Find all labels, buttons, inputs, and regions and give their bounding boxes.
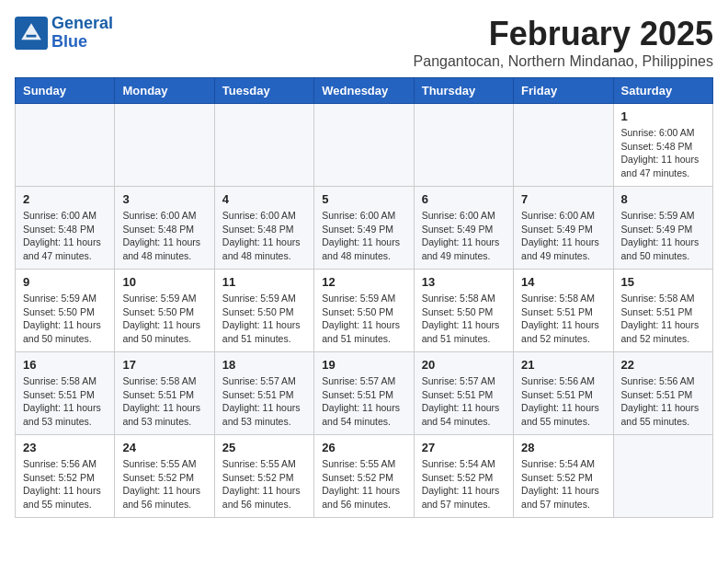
day-info: Sunrise: 5:56 AMSunset: 5:51 PMDaylight:… <box>621 374 705 429</box>
calendar-cell: 14Sunrise: 5:58 AMSunset: 5:51 PMDayligh… <box>514 270 613 352</box>
day-number: 9 <box>23 275 107 289</box>
calendar-cell <box>414 104 513 187</box>
week-row-1: 2Sunrise: 6:00 AMSunset: 5:48 PMDaylight… <box>16 187 713 270</box>
logo-icon <box>15 17 48 50</box>
calendar-cell <box>214 104 313 187</box>
calendar-cell: 22Sunrise: 5:56 AMSunset: 5:51 PMDayligh… <box>613 352 712 435</box>
calendar-cell: 27Sunrise: 5:54 AMSunset: 5:52 PMDayligh… <box>414 435 513 518</box>
day-number: 18 <box>222 358 306 372</box>
calendar-cell: 24Sunrise: 5:55 AMSunset: 5:52 PMDayligh… <box>115 435 214 518</box>
svg-rect-2 <box>27 35 37 38</box>
day-number: 23 <box>23 441 107 454</box>
day-info: Sunrise: 5:59 AMSunset: 5:50 PMDaylight:… <box>222 292 306 346</box>
day-info: Sunrise: 6:00 AMSunset: 5:49 PMDaylight:… <box>422 209 506 263</box>
day-info: Sunrise: 5:57 AMSunset: 5:51 PMDaylight:… <box>222 374 306 429</box>
logo-text: General Blue <box>51 15 113 52</box>
day-info: Sunrise: 5:56 AMSunset: 5:52 PMDaylight:… <box>23 457 107 511</box>
calendar-cell: 8Sunrise: 5:59 AMSunset: 5:49 PMDaylight… <box>613 187 712 270</box>
day-number: 8 <box>621 192 705 206</box>
day-info: Sunrise: 5:55 AMSunset: 5:52 PMDaylight:… <box>322 457 405 511</box>
day-number: 20 <box>422 358 506 372</box>
day-number: 1 <box>621 109 705 123</box>
calendar-cell: 7Sunrise: 6:00 AMSunset: 5:49 PMDaylight… <box>514 187 613 270</box>
weekday-header-tuesday: Tuesday <box>214 78 313 104</box>
calendar-cell: 21Sunrise: 5:56 AMSunset: 5:51 PMDayligh… <box>514 352 613 435</box>
calendar-cell: 1Sunrise: 6:00 AMSunset: 5:48 PMDaylight… <box>613 104 712 187</box>
calendar-cell: 13Sunrise: 5:58 AMSunset: 5:50 PMDayligh… <box>414 270 513 352</box>
day-number: 15 <box>621 275 705 289</box>
calendar-cell <box>613 435 712 518</box>
day-number: 16 <box>23 358 107 372</box>
weekday-header-row: SundayMondayTuesdayWednesdayThursdayFrid… <box>16 78 713 104</box>
calendar-cell: 19Sunrise: 5:57 AMSunset: 5:51 PMDayligh… <box>314 352 414 435</box>
calendar-cell: 25Sunrise: 5:55 AMSunset: 5:52 PMDayligh… <box>214 435 313 518</box>
weekday-header-saturday: Saturday <box>613 78 712 104</box>
calendar-cell: 16Sunrise: 5:58 AMSunset: 5:51 PMDayligh… <box>16 352 115 435</box>
calendar-table: SundayMondayTuesdayWednesdayThursdayFrid… <box>15 77 713 518</box>
calendar-cell <box>16 104 115 187</box>
day-number: 24 <box>122 441 206 454</box>
day-info: Sunrise: 6:00 AMSunset: 5:49 PMDaylight:… <box>322 209 405 263</box>
calendar-cell: 11Sunrise: 5:59 AMSunset: 5:50 PMDayligh… <box>214 270 313 352</box>
weekday-header-thursday: Thursday <box>414 78 513 104</box>
day-info: Sunrise: 5:58 AMSunset: 5:50 PMDaylight:… <box>422 292 506 346</box>
calendar-cell: 28Sunrise: 5:54 AMSunset: 5:52 PMDayligh… <box>514 435 613 518</box>
day-info: Sunrise: 5:58 AMSunset: 5:51 PMDaylight:… <box>122 374 206 429</box>
calendar-cell: 3Sunrise: 6:00 AMSunset: 5:48 PMDaylight… <box>115 187 214 270</box>
calendar-cell <box>115 104 214 187</box>
calendar-cell: 26Sunrise: 5:55 AMSunset: 5:52 PMDayligh… <box>314 435 414 518</box>
week-row-2: 9Sunrise: 5:59 AMSunset: 5:50 PMDaylight… <box>16 270 713 352</box>
week-row-0: 1Sunrise: 6:00 AMSunset: 5:48 PMDaylight… <box>16 104 713 187</box>
day-info: Sunrise: 5:59 AMSunset: 5:49 PMDaylight:… <box>621 209 705 263</box>
weekday-header-sunday: Sunday <box>16 78 115 104</box>
week-row-3: 16Sunrise: 5:58 AMSunset: 5:51 PMDayligh… <box>16 352 713 435</box>
calendar-cell: 4Sunrise: 6:00 AMSunset: 5:48 PMDaylight… <box>214 187 313 270</box>
calendar-cell: 15Sunrise: 5:58 AMSunset: 5:51 PMDayligh… <box>613 270 712 352</box>
week-row-4: 23Sunrise: 5:56 AMSunset: 5:52 PMDayligh… <box>16 435 713 518</box>
calendar-cell: 6Sunrise: 6:00 AMSunset: 5:49 PMDaylight… <box>414 187 513 270</box>
day-info: Sunrise: 5:55 AMSunset: 5:52 PMDaylight:… <box>222 457 306 511</box>
day-number: 2 <box>23 192 107 206</box>
calendar-cell: 20Sunrise: 5:57 AMSunset: 5:51 PMDayligh… <box>414 352 513 435</box>
day-number: 4 <box>222 192 306 206</box>
day-number: 12 <box>322 275 405 289</box>
day-number: 28 <box>521 441 605 454</box>
location-title: Pangantocan, Northern Mindanao, Philippi… <box>414 53 713 70</box>
day-number: 14 <box>521 275 605 289</box>
day-number: 19 <box>322 358 405 372</box>
calendar-cell <box>514 104 613 187</box>
title-section: February 2025 Pangantocan, Northern Mind… <box>414 15 713 70</box>
weekday-header-monday: Monday <box>115 78 214 104</box>
day-info: Sunrise: 5:59 AMSunset: 5:50 PMDaylight:… <box>122 292 206 346</box>
day-info: Sunrise: 5:58 AMSunset: 5:51 PMDaylight:… <box>23 374 107 429</box>
day-info: Sunrise: 5:58 AMSunset: 5:51 PMDaylight:… <box>621 292 705 346</box>
day-info: Sunrise: 5:55 AMSunset: 5:52 PMDaylight:… <box>122 457 206 511</box>
day-info: Sunrise: 5:59 AMSunset: 5:50 PMDaylight:… <box>322 292 405 346</box>
day-info: Sunrise: 5:54 AMSunset: 5:52 PMDaylight:… <box>422 457 506 511</box>
day-info: Sunrise: 5:58 AMSunset: 5:51 PMDaylight:… <box>521 292 605 346</box>
day-info: Sunrise: 6:00 AMSunset: 5:49 PMDaylight:… <box>521 209 605 263</box>
header: General Blue February 2025 Pangantocan, … <box>15 15 713 70</box>
calendar-cell <box>314 104 414 187</box>
calendar-cell: 17Sunrise: 5:58 AMSunset: 5:51 PMDayligh… <box>115 352 214 435</box>
day-number: 6 <box>422 192 506 206</box>
day-number: 10 <box>122 275 206 289</box>
day-info: Sunrise: 6:00 AMSunset: 5:48 PMDaylight:… <box>621 126 705 180</box>
calendar-cell: 9Sunrise: 5:59 AMSunset: 5:50 PMDaylight… <box>16 270 115 352</box>
day-number: 5 <box>322 192 405 206</box>
day-number: 27 <box>422 441 506 454</box>
day-info: Sunrise: 5:57 AMSunset: 5:51 PMDaylight:… <box>322 374 405 429</box>
day-info: Sunrise: 5:57 AMSunset: 5:51 PMDaylight:… <box>422 374 506 429</box>
calendar-cell: 18Sunrise: 5:57 AMSunset: 5:51 PMDayligh… <box>214 352 313 435</box>
calendar-cell: 5Sunrise: 6:00 AMSunset: 5:49 PMDaylight… <box>314 187 414 270</box>
day-number: 26 <box>322 441 405 454</box>
day-number: 22 <box>621 358 705 372</box>
calendar-cell: 2Sunrise: 6:00 AMSunset: 5:48 PMDaylight… <box>16 187 115 270</box>
logo: General Blue <box>15 15 113 52</box>
calendar-cell: 12Sunrise: 5:59 AMSunset: 5:50 PMDayligh… <box>314 270 414 352</box>
day-number: 11 <box>222 275 306 289</box>
day-number: 21 <box>521 358 605 372</box>
month-title: February 2025 <box>414 15 713 53</box>
day-info: Sunrise: 6:00 AMSunset: 5:48 PMDaylight:… <box>23 209 107 263</box>
day-info: Sunrise: 5:59 AMSunset: 5:50 PMDaylight:… <box>23 292 107 346</box>
